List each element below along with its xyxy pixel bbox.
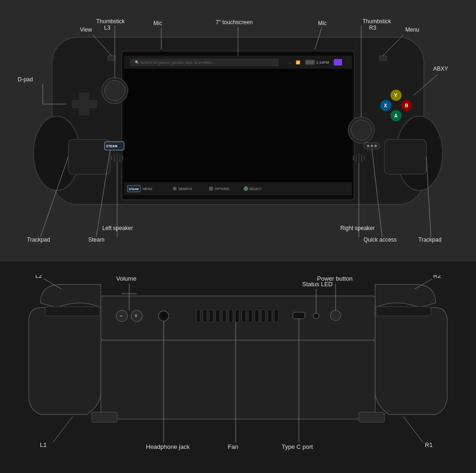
svg-rect-107 — [209, 309, 213, 322]
front-device-svg: 🔍 Search for games, genres, tags, or pro… — [15, 9, 461, 251]
svg-text:R2: R2 — [433, 275, 441, 279]
bottom-device-svg: − + — [15, 275, 461, 470]
svg-text:View: View — [80, 26, 92, 33]
svg-point-104 — [161, 314, 166, 318]
svg-text:ABXY: ABXY — [433, 66, 448, 72]
svg-text:B: B — [405, 103, 408, 108]
svg-rect-4 — [124, 56, 352, 195]
svg-point-44 — [371, 145, 373, 147]
svg-text:Headphone jack: Headphone jack — [146, 443, 190, 450]
svg-text:Y: Y — [394, 93, 397, 98]
svg-point-22 — [244, 186, 248, 191]
svg-point-29 — [351, 120, 371, 140]
svg-rect-95 — [92, 412, 117, 422]
svg-rect-117 — [274, 309, 278, 322]
svg-point-58 — [160, 50, 163, 53]
svg-text:L1: L1 — [40, 441, 46, 448]
svg-rect-18 — [173, 187, 177, 191]
svg-rect-118 — [293, 312, 305, 319]
svg-rect-112 — [242, 309, 246, 322]
svg-text:7" touchscreen: 7" touchscreen — [216, 19, 253, 26]
svg-rect-39 — [384, 139, 426, 174]
svg-rect-110 — [229, 309, 233, 322]
svg-text:D-pad: D-pad — [18, 76, 33, 83]
svg-rect-106 — [203, 309, 207, 322]
svg-rect-109 — [222, 309, 226, 322]
svg-text:1:14PM: 1:14PM — [316, 60, 329, 65]
svg-text:OPTIONS: OPTIONS — [215, 187, 230, 191]
svg-text:Mic: Mic — [318, 20, 327, 26]
svg-text:Volume: Volume — [116, 275, 136, 282]
svg-point-45 — [375, 145, 377, 147]
svg-text:A: A — [394, 113, 397, 118]
svg-text:STEAM: STEAM — [106, 145, 118, 148]
front-view-section: 🔍 Search for games, genres, tags, or pro… — [0, 0, 476, 260]
svg-rect-96 — [359, 412, 384, 422]
svg-rect-114 — [255, 309, 259, 322]
svg-line-133 — [53, 417, 73, 442]
svg-text:L2: L2 — [35, 275, 42, 279]
svg-text:Fan: Fan — [228, 443, 238, 450]
svg-text:STEAM: STEAM — [129, 188, 139, 191]
svg-text:Trackpad: Trackpad — [27, 236, 50, 243]
svg-text:Mic: Mic — [153, 20, 162, 26]
svg-text:Menu: Menu — [405, 26, 419, 33]
svg-text:SEARCH: SEARCH — [178, 187, 192, 191]
svg-text:R3: R3 — [369, 25, 377, 31]
svg-text:Status LED: Status LED — [302, 281, 333, 288]
svg-rect-105 — [196, 309, 200, 322]
svg-text:↓: ↓ — [289, 60, 291, 65]
svg-rect-94 — [101, 340, 375, 419]
svg-text:Right speaker: Right speaker — [340, 225, 375, 231]
svg-text:MENU: MENU — [143, 187, 152, 191]
svg-point-43 — [367, 145, 370, 147]
svg-rect-108 — [216, 309, 220, 322]
bottom-view-section: − + — [0, 261, 476, 473]
svg-point-120 — [331, 310, 341, 321]
svg-text:Thumbstick: Thumbstick — [363, 18, 391, 25]
svg-rect-116 — [268, 309, 272, 322]
svg-text:Type C port: Type C port — [282, 443, 313, 450]
svg-text:🔍 Search for games, genres, t: 🔍 Search for games, genres, tags, or pro… — [135, 60, 214, 65]
svg-text:R1: R1 — [425, 441, 433, 448]
svg-text:📶: 📶 — [296, 60, 300, 65]
svg-rect-11 — [306, 60, 314, 64]
svg-text:Left speaker: Left speaker — [102, 225, 133, 231]
svg-rect-113 — [248, 309, 252, 322]
svg-rect-46 — [108, 56, 115, 60]
svg-text:SELECT: SELECT — [249, 187, 262, 191]
svg-rect-20 — [209, 187, 213, 191]
svg-text:+: + — [134, 313, 138, 319]
svg-rect-97 — [45, 307, 100, 316]
svg-rect-47 — [379, 56, 387, 60]
svg-point-119 — [313, 313, 319, 319]
svg-point-59 — [313, 50, 316, 53]
svg-rect-14 — [124, 182, 352, 195]
svg-text:Thumbstick: Thumbstick — [96, 18, 125, 25]
svg-rect-115 — [261, 309, 265, 322]
svg-text:−: − — [119, 313, 123, 319]
svg-rect-25 — [79, 92, 89, 116]
svg-text:X: X — [384, 103, 387, 108]
svg-rect-98 — [376, 307, 431, 316]
svg-rect-111 — [235, 309, 239, 322]
svg-rect-13 — [334, 59, 342, 66]
svg-text:Quick access: Quick access — [364, 236, 397, 243]
svg-point-27 — [105, 80, 125, 101]
svg-text:L3: L3 — [104, 25, 111, 31]
svg-text:Trackpad: Trackpad — [418, 236, 442, 243]
svg-line-135 — [403, 417, 423, 442]
svg-text:Steam: Steam — [88, 236, 105, 243]
svg-rect-38 — [68, 139, 110, 174]
